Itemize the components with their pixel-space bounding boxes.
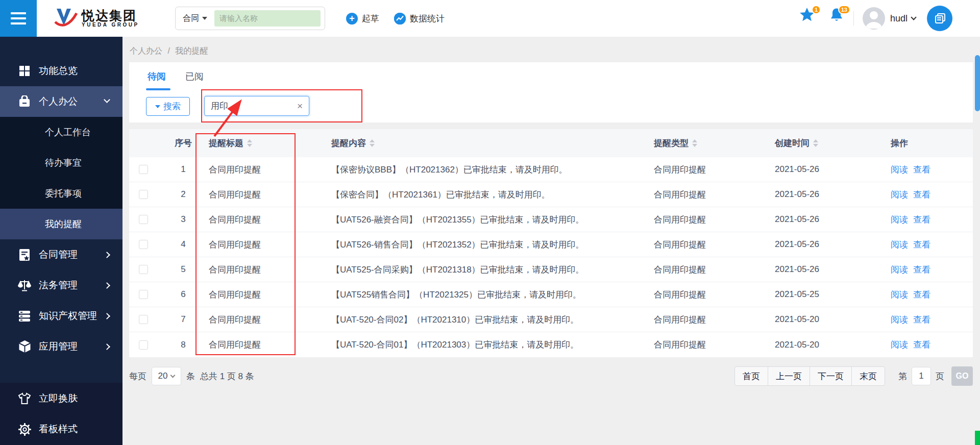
global-search-box: 合同 请输入名称 [175, 7, 325, 30]
breadcrumb-separator: / [167, 46, 169, 55]
scrollbar-bottom-green[interactable] [975, 431, 980, 445]
read-link[interactable]: 阅读 [891, 164, 908, 176]
view-link[interactable]: 查看 [913, 214, 930, 226]
row-type: 合同用印提醒 [654, 214, 775, 226]
table-row: 8 合同用印提醒 【UAT-520-合同01】（HT2021303）已审批结束，… [129, 332, 973, 357]
logo-title: 悦达集团 [82, 9, 139, 22]
sidebar-item-my-reminders[interactable]: 我的提醒 [0, 209, 122, 239]
read-link[interactable]: 阅读 [891, 289, 908, 301]
sort-icon[interactable] [692, 139, 697, 147]
chevron-down-icon [911, 14, 916, 20]
read-link[interactable]: 阅读 [891, 214, 908, 226]
row-type: 合同用印提醒 [654, 314, 775, 326]
briefcase-icon [17, 95, 32, 108]
row-created: 2021-05-25 [775, 289, 891, 300]
row-checkbox[interactable] [139, 215, 148, 224]
sort-icon[interactable] [370, 139, 375, 147]
row-title: 合同用印提醒 [209, 289, 331, 301]
stack-icon [17, 310, 32, 323]
grid-icon [17, 65, 32, 77]
user-menu[interactable]: hudl [890, 0, 916, 37]
person-icon [863, 7, 885, 30]
sidebar-item-delegated[interactable]: 委托事项 [0, 178, 122, 209]
read-link[interactable]: 阅读 [891, 239, 908, 251]
first-page-button[interactable]: 首页 [734, 366, 768, 386]
main-content: 个人办公 / 我的提醒 待阅 已阅 搜索 用印 × 序号 提醒标题 提醒内容 [122, 37, 980, 445]
clear-icon[interactable]: × [297, 101, 303, 112]
row-content: 【UAT525销售合同】（HT2021325）已审批结束，请及时用印。 [331, 289, 654, 301]
contract-icon [17, 249, 32, 261]
per-page-select[interactable]: 20 [152, 367, 181, 385]
chevron-right-icon [104, 343, 110, 350]
read-link[interactable]: 阅读 [891, 314, 908, 326]
view-link[interactable]: 查看 [913, 239, 930, 251]
next-page-button[interactable]: 下一页 [810, 366, 852, 386]
row-no: 3 [158, 214, 209, 225]
row-content: 【UAT-520-合同02】（HT2021310）已审批结束，请及时用印。 [331, 314, 654, 326]
tab-pending[interactable]: 待阅 [148, 70, 166, 83]
row-checkbox[interactable] [139, 190, 148, 199]
row-title: 合同用印提醒 [209, 189, 331, 201]
global-search-input[interactable]: 请输入名称 [214, 10, 321, 27]
table-row: 3 合同用印提醒 【UAT526-融资合同】（HT2021355）已审批结束，请… [129, 207, 973, 232]
breadcrumb-parent[interactable]: 个人办公 [130, 46, 162, 55]
go-button[interactable]: GO [951, 366, 973, 386]
notifications-button[interactable]: 13 [829, 7, 846, 30]
view-link[interactable]: 查看 [913, 189, 930, 201]
row-content: 【UAT526-融资合同】（HT2021355）已审批结束，请及时用印。 [331, 214, 654, 226]
view-link[interactable]: 查看 [913, 264, 930, 276]
row-type: 合同用印提醒 [654, 239, 775, 251]
topbar: 悦达集团 YUEDA GROUP 合同 请输入名称 起草 数据统计 1 13 [0, 0, 980, 37]
page-number-input[interactable]: 1 [912, 367, 931, 385]
multi-window-button[interactable] [927, 6, 952, 31]
sidebar-item-personal-office[interactable]: 个人办公 [0, 86, 122, 117]
sidebar-item-overview[interactable]: 功能总览 [0, 56, 122, 86]
view-link[interactable]: 查看 [913, 314, 930, 326]
sort-icon[interactable] [813, 139, 818, 147]
table-row: 2 合同用印提醒 【保密合同】（HT2021361）已审批结束，请及时用印。 合… [129, 182, 973, 207]
filter-card: 待阅 已阅 搜索 用印 × [129, 62, 973, 122]
search-category-select[interactable]: 合同 [183, 13, 199, 24]
row-checkbox[interactable] [139, 265, 148, 274]
view-link[interactable]: 查看 [913, 339, 930, 351]
row-created: 2021-05-26 [775, 239, 891, 250]
row-checkbox[interactable] [139, 340, 148, 350]
sidebar-item-app-management[interactable]: 应用管理 [0, 331, 122, 362]
favorites-badge: 1 [812, 5, 821, 14]
read-link[interactable]: 阅读 [891, 339, 908, 351]
col-title: 提醒标题 [209, 137, 331, 149]
sidebar-item-legal-management[interactable]: 法务管理 [0, 270, 122, 301]
breadcrumb: 个人办公 / 我的提醒 [130, 46, 211, 57]
logo-subtitle: YUEDA GROUP [82, 22, 139, 28]
draft-button[interactable]: 起草 [346, 0, 379, 37]
tab-read[interactable]: 已阅 [185, 70, 204, 83]
read-link[interactable]: 阅读 [891, 189, 908, 201]
row-title: 合同用印提醒 [209, 339, 331, 351]
sidebar-item-ip-management[interactable]: 知识产权管理 [0, 301, 122, 331]
sort-icon[interactable] [247, 139, 252, 147]
sidebar-item-board-style[interactable]: 看板样式 [0, 414, 122, 444]
data-statistics-button[interactable]: 数据统计 [394, 0, 445, 37]
last-page-button[interactable]: 末页 [851, 366, 885, 386]
prev-page-button[interactable]: 上一页 [768, 366, 810, 386]
view-link[interactable]: 查看 [913, 289, 930, 301]
scrollbar-thumb[interactable] [975, 55, 980, 111]
row-checkbox[interactable] [139, 290, 148, 299]
view-link[interactable]: 查看 [913, 164, 930, 176]
favorites-button[interactable]: 1 [799, 7, 817, 30]
sidebar-item-contract-management[interactable]: 合同管理 [0, 239, 122, 270]
search-toggle-button[interactable]: 搜索 [146, 97, 190, 116]
avatar[interactable] [863, 7, 885, 30]
hamburger-menu-button[interactable] [0, 0, 37, 37]
row-content: 【UAT526-销售合同】（HT2021352）已审批结束，请及时用印。 [331, 239, 654, 251]
row-checkbox[interactable] [139, 240, 148, 249]
row-checkbox[interactable] [139, 315, 148, 324]
keyword-filter-input[interactable]: 用印 × [204, 96, 309, 116]
sidebar-item-todo[interactable]: 待办事宜 [0, 147, 122, 178]
row-created: 2021-05-26 [775, 264, 891, 275]
read-link[interactable]: 阅读 [891, 264, 908, 276]
logo-icon [54, 7, 78, 29]
sidebar-item-change-skin[interactable]: 立即换肤 [0, 383, 122, 414]
sidebar-item-personal-workbench[interactable]: 个人工作台 [0, 117, 122, 147]
row-checkbox[interactable] [139, 165, 148, 174]
